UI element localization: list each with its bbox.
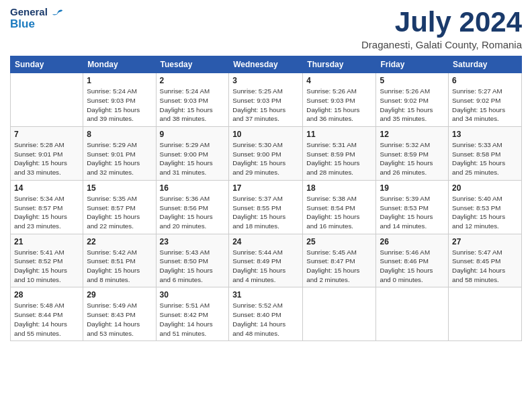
calendar-cell: 19Sunrise: 5:39 AMSunset: 8:53 PMDayligh…: [376, 180, 449, 234]
day-number: 2: [160, 76, 226, 85]
weekday-header-tuesday: Tuesday: [156, 56, 229, 73]
day-number: 11: [306, 130, 372, 139]
calendar-cell: 30Sunrise: 5:51 AMSunset: 8:42 PMDayligh…: [156, 287, 229, 341]
day-number: 14: [14, 183, 79, 193]
day-info: Sunrise: 5:24 AMSunset: 9:03 PMDaylight:…: [160, 87, 226, 124]
day-info: Sunrise: 5:38 AMSunset: 8:54 PMDaylight:…: [306, 194, 372, 231]
calendar-cell: 26Sunrise: 5:46 AMSunset: 8:46 PMDayligh…: [376, 234, 449, 287]
calendar-cell: 11Sunrise: 5:31 AMSunset: 8:59 PMDayligh…: [303, 127, 376, 181]
day-info: Sunrise: 5:40 AMSunset: 8:53 PMDaylight:…: [452, 194, 518, 231]
calendar-week-1: 1Sunrise: 5:24 AMSunset: 9:03 PMDaylight…: [11, 73, 522, 127]
day-info: Sunrise: 5:32 AMSunset: 8:59 PMDaylight:…: [380, 140, 445, 177]
weekday-header-thursday: Thursday: [303, 56, 376, 73]
weekday-header-saturday: Saturday: [449, 56, 522, 73]
calendar-cell: 10Sunrise: 5:30 AMSunset: 9:00 PMDayligh…: [229, 127, 303, 181]
calendar-cell: 1Sunrise: 5:24 AMSunset: 9:03 PMDaylight…: [83, 73, 156, 127]
day-info: Sunrise: 5:26 AMSunset: 9:03 PMDaylight:…: [306, 87, 372, 124]
day-number: 18: [306, 183, 372, 193]
day-number: 10: [232, 130, 299, 139]
day-info: Sunrise: 5:42 AMSunset: 8:51 PMDaylight:…: [87, 248, 152, 285]
weekday-header-wednesday: Wednesday: [229, 56, 303, 73]
calendar-cell: [11, 73, 83, 127]
day-number: 3: [232, 76, 299, 85]
day-number: 7: [14, 130, 79, 139]
weekday-header-friday: Friday: [376, 56, 449, 73]
day-info: Sunrise: 5:48 AMSunset: 8:44 PMDaylight:…: [14, 301, 79, 338]
day-info: Sunrise: 5:35 AMSunset: 8:57 PMDaylight:…: [87, 194, 152, 231]
day-number: 20: [452, 183, 518, 193]
calendar-cell: 15Sunrise: 5:35 AMSunset: 8:57 PMDayligh…: [83, 180, 156, 234]
calendar-cell: 3Sunrise: 5:25 AMSunset: 9:03 PMDaylight…: [229, 73, 303, 127]
day-info: Sunrise: 5:28 AMSunset: 9:01 PMDaylight:…: [14, 140, 79, 177]
calendar-cell: 5Sunrise: 5:26 AMSunset: 9:02 PMDaylight…: [376, 73, 449, 127]
day-info: Sunrise: 5:46 AMSunset: 8:46 PMDaylight:…: [380, 248, 445, 285]
calendar-cell: 27Sunrise: 5:47 AMSunset: 8:45 PMDayligh…: [449, 234, 522, 287]
weekday-header-row: SundayMondayTuesdayWednesdayThursdayFrid…: [11, 56, 522, 73]
day-number: 28: [14, 290, 79, 300]
day-number: 23: [160, 237, 226, 246]
location-subtitle: Draganesti, Galati County, Romania: [361, 39, 522, 50]
calendar-cell: [376, 287, 449, 341]
calendar-cell: 7Sunrise: 5:28 AMSunset: 9:01 PMDaylight…: [11, 127, 83, 181]
day-number: 19: [380, 183, 445, 193]
page-header: General Blue July 2024 Draganesti, Galat…: [10, 7, 522, 50]
bird-icon: [52, 9, 64, 18]
calendar-cell: 25Sunrise: 5:45 AMSunset: 8:47 PMDayligh…: [303, 234, 376, 287]
calendar-cell: 28Sunrise: 5:48 AMSunset: 8:44 PMDayligh…: [11, 287, 83, 341]
calendar-body: 1Sunrise: 5:24 AMSunset: 9:03 PMDaylight…: [11, 73, 522, 341]
day-info: Sunrise: 5:31 AMSunset: 8:59 PMDaylight:…: [306, 140, 372, 177]
day-number: 13: [452, 130, 518, 139]
calendar-cell: 23Sunrise: 5:43 AMSunset: 8:50 PMDayligh…: [156, 234, 229, 287]
calendar-cell: 21Sunrise: 5:41 AMSunset: 8:52 PMDayligh…: [11, 234, 83, 287]
title-block: July 2024 Draganesti, Galati County, Rom…: [361, 7, 522, 50]
day-number: 8: [87, 130, 152, 139]
day-number: 25: [306, 237, 372, 246]
calendar-table: SundayMondayTuesdayWednesdayThursdayFrid…: [10, 56, 522, 341]
day-info: Sunrise: 5:43 AMSunset: 8:50 PMDaylight:…: [160, 248, 226, 285]
day-number: 27: [452, 237, 518, 246]
calendar-cell: 31Sunrise: 5:52 AMSunset: 8:40 PMDayligh…: [229, 287, 303, 341]
weekday-header-sunday: Sunday: [11, 56, 83, 73]
calendar-cell: 16Sunrise: 5:36 AMSunset: 8:56 PMDayligh…: [156, 180, 229, 234]
day-number: 30: [160, 290, 226, 300]
calendar-week-5: 28Sunrise: 5:48 AMSunset: 8:44 PMDayligh…: [11, 287, 522, 341]
day-number: 21: [14, 237, 79, 246]
calendar-cell: 17Sunrise: 5:37 AMSunset: 8:55 PMDayligh…: [229, 180, 303, 234]
calendar-cell: 8Sunrise: 5:29 AMSunset: 9:01 PMDaylight…: [83, 127, 156, 181]
weekday-header-monday: Monday: [83, 56, 156, 73]
day-info: Sunrise: 5:44 AMSunset: 8:49 PMDaylight:…: [232, 248, 299, 285]
day-info: Sunrise: 5:52 AMSunset: 8:40 PMDaylight:…: [232, 301, 299, 338]
day-number: 26: [380, 237, 445, 246]
day-number: 5: [380, 76, 445, 85]
calendar-cell: 12Sunrise: 5:32 AMSunset: 8:59 PMDayligh…: [376, 127, 449, 181]
calendar-cell: [303, 287, 376, 341]
calendar-cell: 14Sunrise: 5:34 AMSunset: 8:57 PMDayligh…: [11, 180, 83, 234]
logo-general: General: [10, 6, 48, 17]
calendar-cell: 4Sunrise: 5:26 AMSunset: 9:03 PMDaylight…: [303, 73, 376, 127]
calendar-cell: 22Sunrise: 5:42 AMSunset: 8:51 PMDayligh…: [83, 234, 156, 287]
day-number: 16: [160, 183, 226, 193]
day-info: Sunrise: 5:29 AMSunset: 9:01 PMDaylight:…: [87, 140, 152, 177]
day-info: Sunrise: 5:33 AMSunset: 8:58 PMDaylight:…: [452, 140, 518, 177]
day-number: 4: [306, 76, 372, 85]
day-number: 1: [87, 76, 152, 85]
day-info: Sunrise: 5:34 AMSunset: 8:57 PMDaylight:…: [14, 194, 79, 231]
day-number: 15: [87, 183, 152, 193]
day-info: Sunrise: 5:24 AMSunset: 9:03 PMDaylight:…: [87, 87, 152, 124]
month-year-title: July 2024: [361, 7, 522, 38]
day-number: 29: [87, 290, 152, 300]
logo-blue: Blue: [10, 18, 35, 31]
calendar-cell: 6Sunrise: 5:27 AMSunset: 9:02 PMDaylight…: [449, 73, 522, 127]
day-number: 22: [87, 237, 152, 246]
day-info: Sunrise: 5:49 AMSunset: 8:43 PMDaylight:…: [87, 301, 152, 338]
day-number: 24: [232, 237, 299, 246]
day-info: Sunrise: 5:29 AMSunset: 9:00 PMDaylight:…: [160, 140, 226, 177]
day-info: Sunrise: 5:25 AMSunset: 9:03 PMDaylight:…: [232, 87, 299, 124]
day-info: Sunrise: 5:45 AMSunset: 8:47 PMDaylight:…: [306, 248, 372, 285]
day-info: Sunrise: 5:51 AMSunset: 8:42 PMDaylight:…: [160, 301, 226, 338]
day-info: Sunrise: 5:37 AMSunset: 8:55 PMDaylight:…: [232, 194, 299, 231]
calendar-cell: 20Sunrise: 5:40 AMSunset: 8:53 PMDayligh…: [449, 180, 522, 234]
day-number: 31: [232, 290, 299, 300]
day-info: Sunrise: 5:30 AMSunset: 9:00 PMDaylight:…: [232, 140, 299, 177]
day-info: Sunrise: 5:41 AMSunset: 8:52 PMDaylight:…: [14, 248, 79, 285]
